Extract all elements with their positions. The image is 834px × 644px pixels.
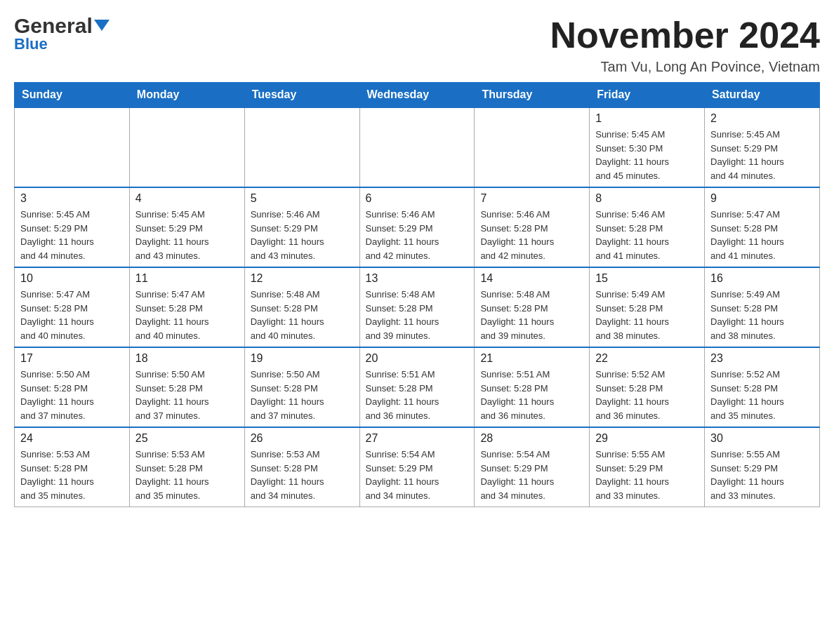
- calendar-day-cell: 4Sunrise: 5:45 AM Sunset: 5:29 PM Daylig…: [129, 187, 244, 267]
- day-info: Sunrise: 5:47 AM Sunset: 5:28 PM Dayligh…: [135, 288, 239, 342]
- day-number: 20: [366, 352, 469, 365]
- calendar-day-cell: 14Sunrise: 5:48 AM Sunset: 5:28 PM Dayli…: [475, 267, 590, 347]
- logo-arrow-icon: [94, 17, 110, 35]
- calendar-day-cell: 8Sunrise: 5:46 AM Sunset: 5:28 PM Daylig…: [590, 187, 705, 267]
- logo-blue-text: Blue: [14, 35, 48, 53]
- calendar-day-cell: 15Sunrise: 5:49 AM Sunset: 5:28 PM Dayli…: [590, 267, 705, 347]
- calendar-day-cell: 3Sunrise: 5:45 AM Sunset: 5:29 PM Daylig…: [15, 187, 130, 267]
- day-number: 25: [135, 432, 239, 445]
- day-number: 26: [251, 432, 354, 445]
- calendar-day-cell: 11Sunrise: 5:47 AM Sunset: 5:28 PM Dayli…: [129, 267, 244, 347]
- calendar-week-row: 17Sunrise: 5:50 AM Sunset: 5:28 PM Dayli…: [15, 347, 820, 427]
- calendar-day-cell: 19Sunrise: 5:50 AM Sunset: 5:28 PM Dayli…: [244, 347, 359, 427]
- day-info: Sunrise: 5:50 AM Sunset: 5:28 PM Dayligh…: [135, 368, 239, 422]
- calendar-day-cell: 23Sunrise: 5:52 AM Sunset: 5:28 PM Dayli…: [705, 347, 820, 427]
- day-info: Sunrise: 5:45 AM Sunset: 5:29 PM Dayligh…: [20, 208, 124, 262]
- day-of-week-header: Monday: [129, 83, 244, 108]
- day-number: 16: [710, 272, 814, 285]
- calendar-day-cell: 18Sunrise: 5:50 AM Sunset: 5:28 PM Dayli…: [129, 347, 244, 427]
- day-info: Sunrise: 5:48 AM Sunset: 5:28 PM Dayligh…: [366, 288, 469, 342]
- calendar-day-cell: 22Sunrise: 5:52 AM Sunset: 5:28 PM Dayli…: [590, 347, 705, 427]
- svg-marker-0: [94, 20, 110, 31]
- calendar-week-row: 3Sunrise: 5:45 AM Sunset: 5:29 PM Daylig…: [15, 187, 820, 267]
- day-number: 2: [710, 112, 814, 125]
- day-number: 19: [251, 352, 354, 365]
- calendar-day-cell: 24Sunrise: 5:53 AM Sunset: 5:28 PM Dayli…: [15, 427, 130, 507]
- calendar-day-cell: [359, 107, 475, 187]
- calendar-day-cell: 30Sunrise: 5:55 AM Sunset: 5:29 PM Dayli…: [705, 427, 820, 507]
- day-info: Sunrise: 5:47 AM Sunset: 5:28 PM Dayligh…: [20, 288, 124, 342]
- day-info: Sunrise: 5:53 AM Sunset: 5:28 PM Dayligh…: [20, 448, 124, 502]
- calendar-day-cell: 21Sunrise: 5:51 AM Sunset: 5:28 PM Dayli…: [475, 347, 590, 427]
- day-info: Sunrise: 5:46 AM Sunset: 5:28 PM Dayligh…: [595, 208, 699, 262]
- location-text: Tam Vu, Long An Povince, Vietnam: [550, 59, 820, 75]
- month-title: November 2024: [550, 14, 820, 56]
- day-of-week-header: Saturday: [705, 83, 820, 108]
- logo-general-text: General: [14, 14, 93, 38]
- calendar-week-row: 24Sunrise: 5:53 AM Sunset: 5:28 PM Dayli…: [15, 427, 820, 507]
- day-number: 13: [366, 272, 469, 285]
- calendar-day-cell: 28Sunrise: 5:54 AM Sunset: 5:29 PM Dayli…: [475, 427, 590, 507]
- day-info: Sunrise: 5:46 AM Sunset: 5:28 PM Dayligh…: [480, 208, 583, 262]
- day-info: Sunrise: 5:48 AM Sunset: 5:28 PM Dayligh…: [480, 288, 583, 342]
- day-of-week-header: Wednesday: [359, 83, 475, 108]
- day-info: Sunrise: 5:51 AM Sunset: 5:28 PM Dayligh…: [480, 368, 583, 422]
- calendar-day-cell: 13Sunrise: 5:48 AM Sunset: 5:28 PM Dayli…: [359, 267, 475, 347]
- day-info: Sunrise: 5:50 AM Sunset: 5:28 PM Dayligh…: [20, 368, 124, 422]
- day-number: 10: [20, 272, 124, 285]
- day-info: Sunrise: 5:52 AM Sunset: 5:28 PM Dayligh…: [595, 368, 699, 422]
- calendar-day-cell: 16Sunrise: 5:49 AM Sunset: 5:28 PM Dayli…: [705, 267, 820, 347]
- day-info: Sunrise: 5:51 AM Sunset: 5:28 PM Dayligh…: [366, 368, 469, 422]
- day-of-week-header: Friday: [590, 83, 705, 108]
- calendar-day-cell: 9Sunrise: 5:47 AM Sunset: 5:28 PM Daylig…: [705, 187, 820, 267]
- day-number: 12: [251, 272, 354, 285]
- day-number: 30: [710, 432, 814, 445]
- day-number: 7: [480, 192, 583, 205]
- calendar-week-row: 1Sunrise: 5:45 AM Sunset: 5:30 PM Daylig…: [15, 107, 820, 187]
- day-number: 4: [135, 192, 239, 205]
- calendar-day-cell: 7Sunrise: 5:46 AM Sunset: 5:28 PM Daylig…: [475, 187, 590, 267]
- day-number: 9: [710, 192, 814, 205]
- day-number: 27: [366, 432, 469, 445]
- day-info: Sunrise: 5:47 AM Sunset: 5:28 PM Dayligh…: [710, 208, 814, 262]
- day-number: 23: [710, 352, 814, 365]
- day-info: Sunrise: 5:50 AM Sunset: 5:28 PM Dayligh…: [251, 368, 354, 422]
- calendar-day-cell: [15, 107, 130, 187]
- day-info: Sunrise: 5:45 AM Sunset: 5:30 PM Dayligh…: [595, 128, 699, 182]
- calendar-day-cell: [475, 107, 590, 187]
- title-section: November 2024 Tam Vu, Long An Povince, V…: [550, 14, 820, 75]
- day-info: Sunrise: 5:53 AM Sunset: 5:28 PM Dayligh…: [135, 448, 239, 502]
- calendar-day-cell: 25Sunrise: 5:53 AM Sunset: 5:28 PM Dayli…: [129, 427, 244, 507]
- page-header: General Blue November 2024 Tam Vu, Long …: [14, 14, 820, 75]
- day-number: 8: [595, 192, 699, 205]
- day-number: 3: [20, 192, 124, 205]
- day-info: Sunrise: 5:55 AM Sunset: 5:29 PM Dayligh…: [595, 448, 699, 502]
- day-number: 11: [135, 272, 239, 285]
- calendar-day-cell: 6Sunrise: 5:46 AM Sunset: 5:29 PM Daylig…: [359, 187, 475, 267]
- day-info: Sunrise: 5:53 AM Sunset: 5:28 PM Dayligh…: [251, 448, 354, 502]
- day-info: Sunrise: 5:55 AM Sunset: 5:29 PM Dayligh…: [710, 448, 814, 502]
- calendar-day-cell: 29Sunrise: 5:55 AM Sunset: 5:29 PM Dayli…: [590, 427, 705, 507]
- calendar-week-row: 10Sunrise: 5:47 AM Sunset: 5:28 PM Dayli…: [15, 267, 820, 347]
- day-of-week-header: Thursday: [475, 83, 590, 108]
- calendar-day-cell: 26Sunrise: 5:53 AM Sunset: 5:28 PM Dayli…: [244, 427, 359, 507]
- day-number: 28: [480, 432, 583, 445]
- calendar-day-cell: 12Sunrise: 5:48 AM Sunset: 5:28 PM Dayli…: [244, 267, 359, 347]
- day-info: Sunrise: 5:48 AM Sunset: 5:28 PM Dayligh…: [251, 288, 354, 342]
- calendar-day-cell: [129, 107, 244, 187]
- day-number: 22: [595, 352, 699, 365]
- day-of-week-header: Tuesday: [244, 83, 359, 108]
- calendar-day-cell: 27Sunrise: 5:54 AM Sunset: 5:29 PM Dayli…: [359, 427, 475, 507]
- day-info: Sunrise: 5:45 AM Sunset: 5:29 PM Dayligh…: [710, 128, 814, 182]
- day-number: 5: [251, 192, 354, 205]
- calendar-day-cell: [244, 107, 359, 187]
- day-number: 14: [480, 272, 583, 285]
- day-number: 6: [366, 192, 469, 205]
- day-info: Sunrise: 5:49 AM Sunset: 5:28 PM Dayligh…: [710, 288, 814, 342]
- day-number: 29: [595, 432, 699, 445]
- day-info: Sunrise: 5:46 AM Sunset: 5:29 PM Dayligh…: [251, 208, 354, 262]
- calendar-body: 1Sunrise: 5:45 AM Sunset: 5:30 PM Daylig…: [15, 107, 820, 507]
- calendar-day-cell: 10Sunrise: 5:47 AM Sunset: 5:28 PM Dayli…: [15, 267, 130, 347]
- day-number: 24: [20, 432, 124, 445]
- calendar-day-cell: 20Sunrise: 5:51 AM Sunset: 5:28 PM Dayli…: [359, 347, 475, 427]
